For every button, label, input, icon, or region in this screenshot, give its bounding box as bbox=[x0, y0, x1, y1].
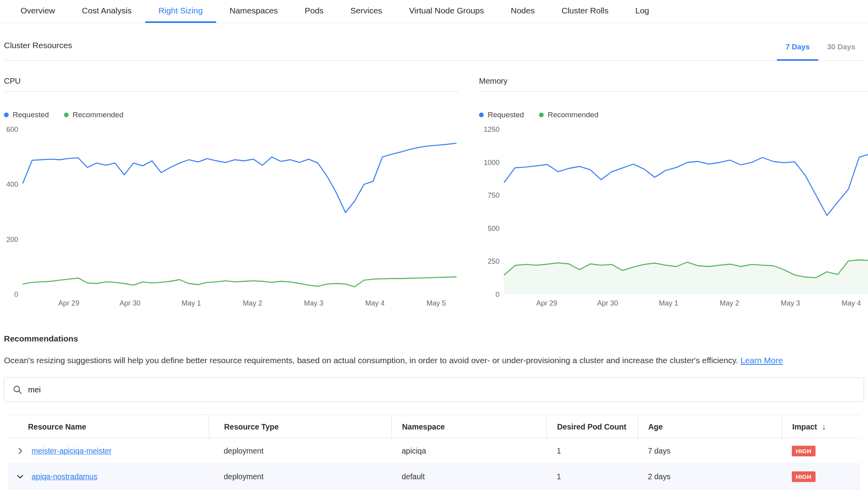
svg-text:600: 600 bbox=[6, 126, 18, 133]
tab-pods[interactable]: Pods bbox=[291, 0, 337, 23]
charts-row: CPU Requested Recommended 0200400600Apr … bbox=[0, 77, 868, 312]
age-cell: 2 days bbox=[638, 472, 782, 481]
col-header-desired-pod-count: Desired Pod Count bbox=[546, 415, 638, 439]
table-header-row: Resource Name Resource Type Namespace De… bbox=[8, 415, 860, 438]
col-header-resource-type: Resource Type bbox=[209, 415, 391, 439]
col-header-impact[interactable]: Impact ↓ bbox=[782, 415, 860, 439]
svg-text:Apr 29: Apr 29 bbox=[58, 299, 79, 307]
search-box[interactable] bbox=[4, 377, 864, 402]
resource-name-cell: apiqa-nostradamus bbox=[8, 471, 209, 482]
svg-text:1000: 1000 bbox=[484, 159, 499, 167]
top-tab-bar: Overview Cost Analysis Right Sizing Name… bbox=[0, 0, 868, 23]
svg-text:May 4: May 4 bbox=[365, 299, 385, 307]
period-30-days[interactable]: 30 Days bbox=[818, 43, 864, 61]
impact-cell: HIGH bbox=[782, 471, 860, 482]
resource-name-link[interactable]: apiqa-nostradamus bbox=[32, 472, 97, 481]
cpu-chart-legend: Requested Recommended bbox=[4, 111, 459, 119]
learn-more-link[interactable]: Learn More bbox=[741, 356, 783, 365]
svg-text:1250: 1250 bbox=[484, 126, 499, 133]
legend-label-requested: Requested bbox=[488, 111, 524, 119]
svg-text:May 2: May 2 bbox=[720, 299, 739, 307]
tab-namespaces[interactable]: Namespaces bbox=[216, 0, 292, 23]
pod-count-cell: 1 bbox=[546, 472, 638, 481]
legend-item-requested[interactable]: Requested bbox=[479, 111, 524, 119]
recommendations-description-text: Ocean's resizing suggestions will help y… bbox=[4, 356, 738, 365]
svg-text:200: 200 bbox=[6, 236, 18, 244]
recommendations-table: Resource Name Resource Type Namespace De… bbox=[8, 415, 860, 490]
svg-text:400: 400 bbox=[6, 180, 18, 188]
recommended-dot-icon bbox=[64, 113, 69, 117]
tab-right-sizing[interactable]: Right Sizing bbox=[145, 0, 216, 23]
col-header-namespace: Namespace bbox=[391, 415, 546, 439]
legend-item-requested[interactable]: Requested bbox=[4, 111, 49, 119]
legend-item-recommended[interactable]: Recommended bbox=[539, 111, 599, 119]
period-7-days[interactable]: 7 Days bbox=[777, 43, 818, 61]
impact-header-label: Impact bbox=[792, 422, 817, 431]
impact-cell: HIGH bbox=[782, 446, 860, 456]
resource-name-cell: meister-apiciqa-meister bbox=[8, 446, 209, 456]
svg-text:Apr 29: Apr 29 bbox=[536, 299, 557, 307]
svg-text:Apr 30: Apr 30 bbox=[120, 299, 140, 307]
recommendations-description: Ocean's resizing suggestions will help y… bbox=[4, 355, 864, 366]
impact-badge-high: HIGH bbox=[792, 471, 816, 482]
svg-text:250: 250 bbox=[488, 257, 499, 265]
chevron-right-icon[interactable] bbox=[15, 446, 25, 456]
resource-name-link[interactable]: meister-apiciqa-meister bbox=[32, 446, 112, 456]
tab-cluster-rolls[interactable]: Cluster Rolls bbox=[548, 0, 622, 23]
svg-text:May 3: May 3 bbox=[304, 299, 324, 307]
table-row[interactable]: apiqa-nostradamus deployment default 1 2… bbox=[8, 464, 860, 490]
legend-label-requested: Requested bbox=[13, 111, 49, 119]
legend-item-recommended[interactable]: Recommended bbox=[64, 111, 123, 119]
cpu-line-chart: 0200400600Apr 29Apr 30May 1May 2May 3May… bbox=[4, 122, 459, 312]
requested-dot-icon bbox=[4, 113, 9, 117]
resource-type-cell: deployment bbox=[209, 472, 391, 481]
tab-services[interactable]: Services bbox=[337, 0, 396, 23]
legend-label-recommended: Recommended bbox=[73, 111, 123, 119]
svg-text:May 1: May 1 bbox=[659, 299, 678, 307]
table-row[interactable]: meister-apiciqa-meister deployment apici… bbox=[8, 438, 860, 464]
svg-text:May 2: May 2 bbox=[243, 299, 262, 307]
col-header-resource-name: Resource Name bbox=[8, 415, 209, 439]
cpu-chart-panel: CPU Requested Recommended 0200400600Apr … bbox=[4, 77, 459, 312]
svg-text:May 5: May 5 bbox=[427, 299, 446, 307]
cpu-chart-title: CPU bbox=[4, 77, 459, 92]
legend-label-recommended: Recommended bbox=[548, 111, 599, 119]
col-header-age: Age bbox=[638, 415, 782, 439]
sort-desc-icon[interactable]: ↓ bbox=[822, 422, 826, 431]
tab-overview[interactable]: Overview bbox=[7, 0, 69, 23]
tab-log[interactable]: Log bbox=[622, 0, 662, 23]
memory-chart-legend: Requested Recommended bbox=[479, 111, 868, 119]
chevron-down-icon[interactable] bbox=[15, 471, 25, 482]
svg-text:500: 500 bbox=[488, 225, 499, 233]
pod-count-cell: 1 bbox=[546, 446, 638, 456]
tab-nodes[interactable]: Nodes bbox=[498, 0, 548, 23]
memory-chart-title: Memory bbox=[479, 77, 868, 92]
recommendations-section: Recommendations Ocean's resizing suggest… bbox=[4, 334, 864, 490]
svg-text:May 3: May 3 bbox=[781, 299, 800, 307]
namespace-cell: apiciqa bbox=[391, 446, 546, 456]
requested-dot-icon bbox=[479, 113, 484, 117]
cluster-resources-title: Cluster Resources bbox=[4, 41, 72, 60]
impact-badge-high: HIGH bbox=[792, 446, 816, 456]
age-cell: 7 days bbox=[638, 446, 782, 456]
svg-text:750: 750 bbox=[488, 191, 499, 199]
tab-virtual-node-groups[interactable]: Virtual Node Groups bbox=[396, 0, 498, 23]
search-input[interactable] bbox=[28, 385, 856, 394]
namespace-cell: default bbox=[391, 472, 546, 481]
svg-text:Apr 30: Apr 30 bbox=[597, 299, 618, 307]
search-icon bbox=[12, 385, 22, 395]
resource-type-cell: deployment bbox=[209, 446, 391, 456]
memory-line-chart: 025050075010001250Apr 29Apr 30May 1May 2… bbox=[479, 122, 868, 312]
memory-chart-panel: Memory Requested Recommended 02505007501… bbox=[479, 77, 868, 312]
svg-text:0: 0 bbox=[496, 291, 499, 298]
svg-text:May 4: May 4 bbox=[842, 299, 861, 307]
recommended-dot-icon bbox=[539, 113, 544, 117]
recommendations-title: Recommendations bbox=[4, 334, 864, 343]
svg-text:0: 0 bbox=[14, 291, 18, 298]
tab-cost-analysis[interactable]: Cost Analysis bbox=[69, 0, 145, 23]
cluster-resources-header: Cluster Resources 7 Days 30 Days bbox=[4, 23, 864, 61]
svg-text:May 1: May 1 bbox=[181, 299, 201, 307]
period-toggle: 7 Days 30 Days bbox=[777, 43, 864, 60]
